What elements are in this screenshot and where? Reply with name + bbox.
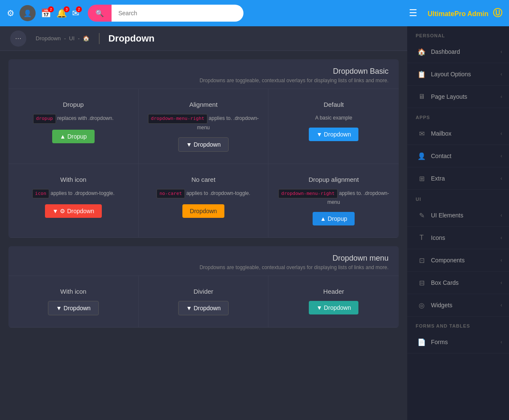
chevron-icon: ‹ — [501, 153, 502, 159]
chevron-icon: ‹ — [501, 302, 502, 308]
sidebar-item-dashboard[interactable]: 🏠 Dashboard ‹ — [407, 41, 509, 63]
breadcrumb-bar: ··· Dropdown - UI - 🏠 Dropdown — [0, 26, 407, 51]
sidebar-item-icons[interactable]: T Icons ‹ — [407, 227, 509, 249]
box-cards-icon: ⊟ — [416, 277, 428, 289]
calendar-icon[interactable]: 📅 2 — [41, 8, 51, 18]
demo-dropup: Dropup dropup replaces with .dropdown. ▲… — [8, 89, 139, 164]
menu-demo-with-icon: With icon ▼ Dropdown — [8, 276, 139, 328]
sidebar-item-extra[interactable]: ⊞ Extra ‹ — [407, 167, 509, 190]
menu-with-icon-title: With icon — [60, 288, 87, 295]
sidebar-item-label-forms: Forms — [431, 339, 448, 345]
settings-icon[interactable]: ⚙ — [7, 8, 14, 18]
contact-icon: 👤 — [416, 150, 428, 162]
dropup-button[interactable]: ▲ Dropup — [52, 130, 95, 143]
sidebar-item-ui-elements[interactable]: ✎ UI Elements ‹ — [407, 204, 509, 227]
widgets-icon: ◎ — [416, 299, 428, 311]
demo-no-caret-desc: no-caret applies to .dropdown-toggle. — [157, 189, 250, 199]
section2-title: Dropdown menu — [19, 254, 389, 263]
dropup-code: dropup — [33, 114, 56, 124]
dropup-align-code: dropdown-menu-right — [278, 189, 338, 199]
demo-dropup-alignment-desc: dropdown-menu-right applies to. .dropdow… — [277, 189, 390, 206]
alignment-dropdown-button[interactable]: ▼ Dropdown — [178, 137, 229, 152]
sidebar: PERSONAL 🏠 Dashboard ‹ 📋 Layout Options … — [407, 26, 509, 420]
section1-desc: .Dropdowns are toggleable, contextual ov… — [19, 78, 389, 83]
menu-header-dropdown-button[interactable]: ▼ Dropdown — [309, 301, 359, 314]
chevron-icon: ‹ — [501, 131, 502, 136]
sidebar-item-label-components: Components — [431, 257, 464, 264]
body-wrap: ··· Dropdown - UI - 🏠 Dropdown Dropdown … — [0, 26, 509, 420]
no-caret-dropdown-button[interactable]: Dropdown — [182, 204, 225, 218]
chevron-icon: ‹ — [501, 71, 502, 77]
sidebar-item-mailbox[interactable]: ✉ Mailbox ‹ — [407, 122, 509, 145]
demo-with-icon-desc: icon applies to .dropdown-toggle. — [32, 189, 115, 199]
mailbox-icon: ✉ — [416, 128, 428, 139]
icon-code: icon — [32, 189, 50, 199]
section1-header: Dropdown Basic .Dropdowns are toggleable… — [8, 59, 399, 89]
sidebar-item-components[interactable]: ⊡ Components ‹ — [407, 249, 509, 272]
forms-icon: 📄 — [416, 336, 428, 348]
components-icon: ⊡ — [416, 254, 428, 266]
sidebar-item-contact[interactable]: 👤 Contact ‹ — [407, 145, 509, 167]
demo-alignment-title: Alignment — [189, 101, 218, 108]
menu-header-title: Header — [323, 288, 344, 295]
sidebar-item-forms[interactable]: 📄 Forms ‹ — [407, 331, 509, 353]
demo-dropup-alignment-title: Dropup alignment — [308, 176, 358, 183]
demo-dropup-alignment: Dropup alignment dropdown-menu-right app… — [268, 164, 399, 238]
chevron-icon: ‹ — [501, 280, 502, 286]
sidebar-item-label-mailbox: Mailbox — [431, 130, 451, 137]
menu-divider-dropdown-button[interactable]: ▼ Dropdown — [178, 301, 229, 315]
chevron-icon: ‹ — [501, 339, 502, 345]
dropdown-basic-section: Dropdown Basic .Dropdowns are toggleable… — [8, 59, 399, 238]
demo-no-caret-title: No caret — [191, 176, 215, 183]
sidebar-section-forms-tables: FORMS And TABLES — [407, 317, 509, 331]
bell-badge: 3 — [64, 6, 70, 12]
breadcrumb: Dropdown - UI - 🏠 — [36, 35, 89, 42]
menu-icon-dropdown-button[interactable]: ▼ Dropdown — [48, 301, 99, 315]
sidebar-item-label-extra: Extra — [431, 175, 445, 182]
breadcrumb-left: ··· Dropdown - UI - 🏠 Dropdown — [10, 31, 154, 47]
extra-icon: ⊞ — [416, 172, 428, 184]
sidebar-item-layout-options[interactable]: 📋 Layout Options ‹ — [407, 63, 509, 86]
demo-dropup-title: Dropup — [63, 101, 84, 108]
demo-default-title: Default — [324, 101, 344, 108]
demo-with-icon-title: With icon — [60, 176, 87, 183]
sidebar-section-apps: APPS — [407, 108, 509, 122]
avatar[interactable]: 👤 — [20, 5, 36, 21]
sidebar-item-label-widgets: Widgets — [431, 302, 453, 309]
sidebar-item-widgets[interactable]: ◎ Widgets ‹ — [407, 294, 509, 317]
demo-default: Default A basic example ▼ Dropdown — [268, 89, 399, 164]
mail-badge: 2 — [76, 6, 82, 12]
sidebar-item-box-cards[interactable]: ⊟ Box Cards ‹ — [407, 272, 509, 294]
chevron-icon: ‹ — [501, 212, 502, 218]
icons-icon: T — [416, 232, 428, 244]
search-button[interactable]: 🔍 — [88, 5, 112, 22]
search-input[interactable] — [112, 5, 243, 22]
sidebar-item-label-dashboard: Dashboard — [431, 48, 460, 55]
sidebar-item-page-layouts[interactable]: 🖥 Page Layouts ‹ — [407, 86, 509, 108]
section2-desc: .Dropdowns are toggleable, contextual ov… — [19, 264, 389, 270]
sidebar-item-label-contact: Contact — [431, 153, 451, 159]
menu-icon[interactable]: ☰ — [409, 8, 417, 19]
section1-title: Dropdown Basic — [19, 67, 389, 76]
default-dropdown-button[interactable]: ▼ Dropdown — [309, 128, 359, 141]
dashboard-icon: 🏠 — [416, 46, 428, 58]
layout-options-icon: 📋 — [416, 68, 428, 80]
ui-elements-icon: ✎ — [416, 209, 428, 221]
dots-menu-button[interactable]: ··· — [10, 31, 26, 47]
mail-icon[interactable]: ✉ 2 — [72, 8, 79, 18]
breadcrumb-dropdown-link[interactable]: Dropdown — [36, 35, 61, 42]
sidebar-item-label-page-layouts: Page Layouts — [431, 93, 467, 100]
demo-alignment-desc: dropdown-menu-right applies to. .dropdow… — [147, 114, 260, 131]
section2-header: Dropdown menu .Dropdowns are toggleable,… — [8, 246, 399, 276]
main-content: ··· Dropdown - UI - 🏠 Dropdown Dropdown … — [0, 26, 407, 420]
bell-icon[interactable]: 🔔 3 — [56, 8, 67, 18]
demo-default-desc: A basic example — [315, 114, 352, 122]
demo-grid-menu: With icon ▼ Dropdown Divider ▼ Dropdown … — [8, 276, 399, 328]
sidebar-section-ui: UI — [407, 190, 509, 204]
breadcrumb-ui-link[interactable]: UI — [69, 35, 75, 42]
dropup-alignment-button[interactable]: ▲ Dropup — [313, 212, 355, 225]
dropdown-menu-section: Dropdown menu .Dropdowns are toggleable,… — [8, 246, 399, 328]
breadcrumb-home-link[interactable]: 🏠 — [83, 35, 89, 42]
menu-demo-divider: Divider ▼ Dropdown — [139, 276, 269, 328]
icon-dropdown-button[interactable]: ▼ ⚙ Dropdown — [45, 204, 102, 218]
